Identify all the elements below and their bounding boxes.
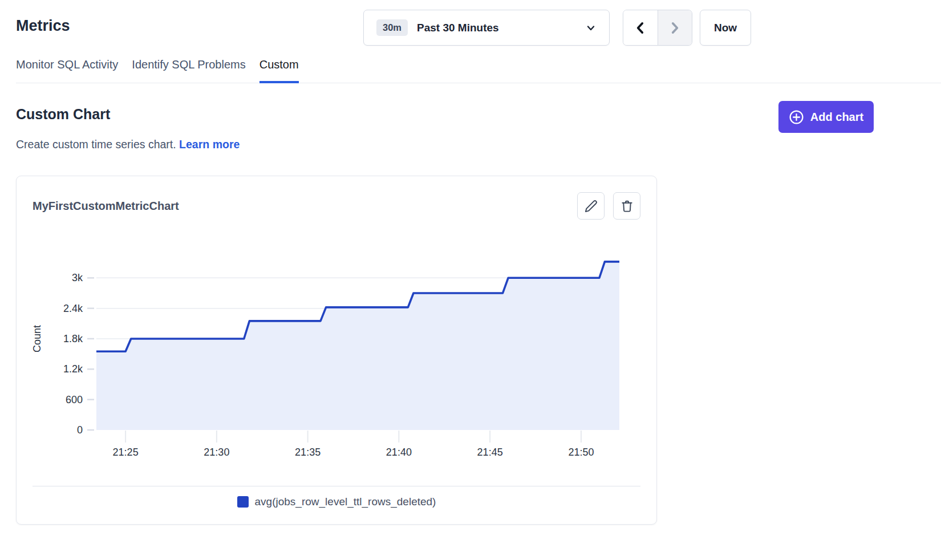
legend-label: avg(jobs_row_level_ttl_rows_deleted) (255, 496, 436, 508)
legend-swatch (237, 496, 249, 508)
now-button[interactable]: Now (700, 10, 751, 46)
chart-title: MyFirstCustomMetricChart (33, 200, 179, 213)
add-chart-button[interactable]: Add chart (778, 101, 874, 133)
svg-text:2.4k: 2.4k (63, 303, 83, 314)
svg-text:3k: 3k (72, 272, 83, 283)
chart-card-header: MyFirstCustomMetricChart (33, 192, 640, 220)
pencil-icon (585, 200, 598, 213)
add-chart-label: Add chart (810, 111, 863, 124)
svg-text:21:45: 21:45 (477, 447, 503, 458)
time-range-dropdown[interactable]: 30m Past 30 Minutes (363, 10, 610, 46)
section-description-text: Create custom time series chart. (16, 138, 176, 151)
learn-more-link[interactable]: Learn more (179, 138, 240, 151)
time-range-label: Past 30 Minutes (417, 22, 499, 34)
svg-text:1.2k: 1.2k (63, 363, 83, 375)
trash-icon (620, 200, 634, 213)
tab-monitor-sql-activity[interactable]: Monitor SQL Activity (16, 58, 118, 83)
chart-actions (577, 192, 640, 220)
svg-text:21:35: 21:35 (295, 447, 321, 458)
time-forward-button[interactable] (658, 10, 692, 45)
svg-text:21:40: 21:40 (386, 447, 412, 458)
section-title: Custom Chart (16, 106, 110, 123)
card-divider (33, 486, 640, 486)
custom-chart-svg[interactable]: 06001.2k1.8k2.4k3k21:2521:3021:3521:4021… (33, 234, 640, 462)
time-range-badge: 30m (376, 19, 408, 36)
chart-legend: avg(jobs_row_level_ttl_rows_deleted) (33, 496, 640, 508)
svg-text:600: 600 (66, 394, 83, 405)
custom-chart-card: MyFirstCustomMetricChart 06001.2k1.8k2.4… (16, 176, 657, 525)
chart-area: 06001.2k1.8k2.4k3k21:2521:3021:3521:4021… (33, 234, 640, 465)
chevron-down-icon (585, 22, 597, 34)
chevron-left-icon (633, 21, 648, 35)
time-back-button[interactable] (623, 10, 658, 45)
page-title: Metrics (16, 17, 70, 35)
chevron-right-icon (667, 21, 682, 35)
svg-text:21:25: 21:25 (113, 447, 139, 458)
svg-text:21:30: 21:30 (204, 447, 229, 458)
delete-chart-button[interactable] (613, 192, 640, 220)
edit-chart-button[interactable] (577, 192, 605, 220)
tab-identify-sql-problems[interactable]: Identify SQL Problems (132, 58, 245, 83)
section-description: Create custom time series chart. Learn m… (16, 138, 240, 151)
svg-text:Count: Count (33, 325, 43, 352)
svg-text:0: 0 (77, 424, 83, 436)
plus-circle-icon (789, 109, 804, 125)
svg-text:21:50: 21:50 (568, 447, 594, 458)
tabs: Monitor SQL Activity Identify SQL Proble… (16, 58, 941, 83)
time-nav-group (623, 10, 692, 46)
tab-custom[interactable]: Custom (259, 58, 299, 83)
svg-text:1.8k: 1.8k (63, 333, 83, 344)
